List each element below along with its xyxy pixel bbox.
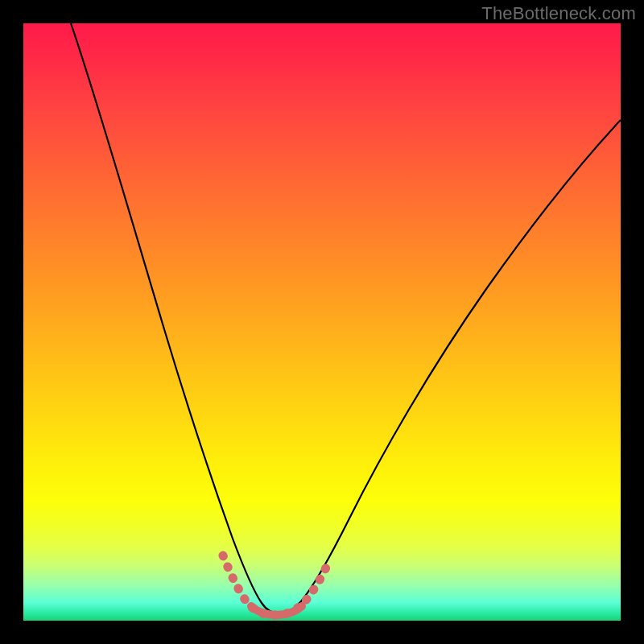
plot-area [23,23,621,621]
valley-band [223,555,326,615]
curve-layer [23,23,621,621]
chart-frame: TheBottleneck.com [0,0,644,644]
bottleneck-curve [71,23,621,613]
valley-band-fill [251,606,302,615]
watermark-text: TheBottleneck.com [481,3,636,24]
